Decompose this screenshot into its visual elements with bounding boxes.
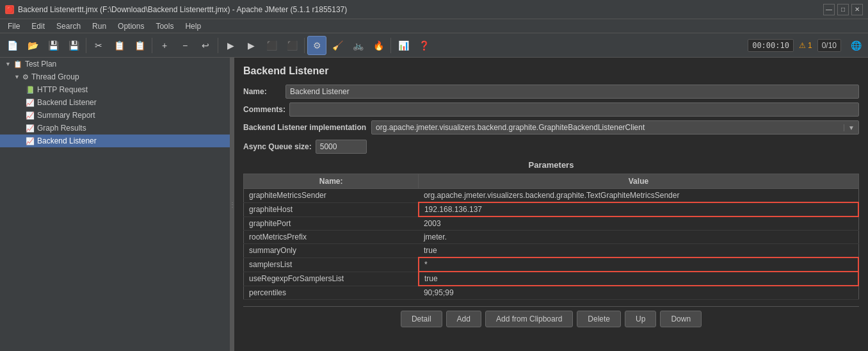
timer-display: 00:00:10 <box>748 39 794 52</box>
params-table: Name: Value graphiteMetricsSenderorg.apa… <box>243 174 859 300</box>
col-header-name: Name: <box>244 174 419 189</box>
impl-dropdown-arrow[interactable]: ▼ <box>844 124 858 131</box>
async-input[interactable] <box>316 140 367 154</box>
toolbar-agent[interactable]: 🚲 <box>348 36 367 55</box>
param-value-7: 90;95;99 <box>419 286 858 300</box>
toolbar-paste[interactable]: 📋 <box>130 36 149 55</box>
delete-button[interactable]: Delete <box>577 311 621 327</box>
menu-options[interactable]: Options <box>113 20 149 32</box>
separator-5 <box>390 38 391 53</box>
async-row: Async Queue size: <box>243 140 859 154</box>
thread-group-icon: ⚙ <box>22 73 29 81</box>
comments-input[interactable] <box>289 102 859 117</box>
toolbar-remove[interactable]: − <box>175 36 195 55</box>
http-request-icon: 📗 <box>26 86 35 94</box>
name-label: Name: <box>243 87 282 96</box>
tree-item-graph-results[interactable]: 📈 Graph Results <box>0 122 230 135</box>
toolbar-open[interactable]: 📂 <box>23 36 42 55</box>
impl-select-container[interactable]: org.apache.jmeter.visualizers.backend.gr… <box>371 120 859 135</box>
param-value-4: true <box>419 244 858 258</box>
tree-item-backend-listener-2[interactable]: 📈 Backend Listener <box>0 135 230 147</box>
add-from-clipboard-button[interactable]: Add from Clipboard <box>485 311 573 327</box>
tree-item-thread-group[interactable]: ▼ ⚙ Thread Group <box>0 70 230 83</box>
warning-icon: ⚠ <box>799 41 806 50</box>
tree-label-http-request: HTTP Request <box>37 85 88 94</box>
table-row[interactable]: summaryOnlytrue <box>244 244 859 258</box>
toolbar-saveas[interactable]: 💾 <box>64 36 83 55</box>
menu-search[interactable]: Search <box>51 20 86 32</box>
param-name-5: samplersList <box>244 257 419 272</box>
tree-item-summary-report[interactable]: 📈 Summary Report <box>0 109 230 122</box>
window-title: Backend Listenerttt.jmx (F:\Download\Bac… <box>18 5 347 14</box>
table-row[interactable]: samplersList* <box>244 257 859 272</box>
toolbar-report[interactable]: 📊 <box>394 36 413 55</box>
maximize-button[interactable]: □ <box>837 4 849 15</box>
down-button[interactable]: Down <box>660 311 702 327</box>
toolbar-cut[interactable]: ✂ <box>89 36 108 55</box>
menu-run[interactable]: Run <box>87 20 111 32</box>
table-row[interactable]: percentiles90;95;99 <box>244 286 859 300</box>
tree-label-summary-report: Summary Report <box>37 111 95 120</box>
separator-2 <box>152 38 152 53</box>
table-row[interactable]: graphiteHost192.168.136.137 <box>244 202 859 216</box>
param-name-3: rootMetricsPrefix <box>244 231 419 244</box>
name-input[interactable] <box>285 85 859 99</box>
expand-icon-thread: ▼ <box>14 74 20 80</box>
toolbar-help[interactable]: ❓ <box>414 36 433 55</box>
toolbar-save[interactable]: 💾 <box>44 36 63 55</box>
warning-badge: ⚠ 1 <box>799 41 812 50</box>
up-button[interactable]: Up <box>625 311 656 327</box>
toolbar-stop2[interactable]: ⬛ <box>282 36 301 55</box>
menu-help[interactable]: Help <box>180 20 206 32</box>
toolbar-run-part[interactable]: ▶ <box>241 36 261 55</box>
tree-label-test-plan: Test Plan <box>25 60 56 69</box>
tree-label-backend-listener-1: Backend Listener <box>37 98 97 107</box>
close-button[interactable]: ✕ <box>851 4 863 15</box>
param-value-5: * <box>419 257 858 272</box>
toolbar-copy[interactable]: 📋 <box>109 36 129 55</box>
separator-3 <box>218 38 218 53</box>
toolbar-run[interactable]: ▶ <box>221 36 240 55</box>
detail-button[interactable]: Detail <box>401 311 442 327</box>
table-row[interactable]: useRegexpForSamplersListtrue <box>244 272 859 286</box>
separator-4 <box>304 38 305 53</box>
menu-tools[interactable]: Tools <box>150 20 179 32</box>
impl-label: Backend Listener implementation <box>243 123 366 132</box>
impl-row: Backend Listener implementation org.apac… <box>243 120 859 135</box>
table-row[interactable]: graphitePort2003 <box>244 216 859 231</box>
add-button[interactable]: Add <box>446 311 481 327</box>
tree-label-graph-results: Graph Results <box>37 124 86 133</box>
panel-title: Backend Listener <box>243 65 859 77</box>
name-row: Name: <box>243 85 859 99</box>
param-name-1: graphiteHost <box>244 202 419 216</box>
test-plan-icon: 📋 <box>13 60 22 69</box>
title-bar-left: 🔴 Backend Listenerttt.jmx (F:\Download\B… <box>5 5 347 14</box>
toolbar-settings[interactable]: ⚙ <box>307 36 326 55</box>
backend-listener-1-icon: 📈 <box>26 99 35 107</box>
tree-item-backend-listener-1[interactable]: 📈 Backend Listener <box>0 96 230 109</box>
menu-file[interactable]: File <box>3 20 25 32</box>
table-row[interactable]: rootMetricsPrefixjmeter. <box>244 231 859 244</box>
tree-item-test-plan[interactable]: ▼ 📋 Test Plan <box>0 58 230 70</box>
toolbar-flame[interactable]: 🔥 <box>369 36 388 55</box>
title-bar: 🔴 Backend Listenerttt.jmx (F:\Download\B… <box>0 0 868 19</box>
toolbar-globe[interactable]: 🌐 <box>846 36 865 55</box>
param-value-0: org.apache.jmeter.visualizers.backend.gr… <box>419 189 858 203</box>
toolbar-add[interactable]: + <box>155 36 174 55</box>
menu-edit[interactable]: Edit <box>26 20 50 32</box>
toolbar-undo[interactable]: ↩ <box>196 36 215 55</box>
toolbar-new[interactable]: 📄 <box>3 36 22 55</box>
minimize-button[interactable]: — <box>823 4 835 15</box>
counter-display: 0/10 <box>817 39 841 52</box>
warning-count: 1 <box>808 41 812 50</box>
main-layout: ▼ 📋 Test Plan ▼ ⚙ Thread Group 📗 HTTP Re… <box>0 58 868 351</box>
tree-item-http-request[interactable]: 📗 HTTP Request <box>0 83 230 96</box>
table-row[interactable]: graphiteMetricsSenderorg.apache.jmeter.v… <box>244 189 859 203</box>
app-icon: 🔴 <box>5 5 14 14</box>
menu-bar: File Edit Search Run Options Tools Help <box>0 19 868 33</box>
param-value-2: 2003 <box>419 216 858 231</box>
graph-results-icon: 📈 <box>26 124 35 133</box>
toolbar-clear[interactable]: 🧹 <box>328 36 347 55</box>
toolbar-stop[interactable]: ⬛ <box>262 36 281 55</box>
summary-report-icon: 📈 <box>26 111 35 120</box>
